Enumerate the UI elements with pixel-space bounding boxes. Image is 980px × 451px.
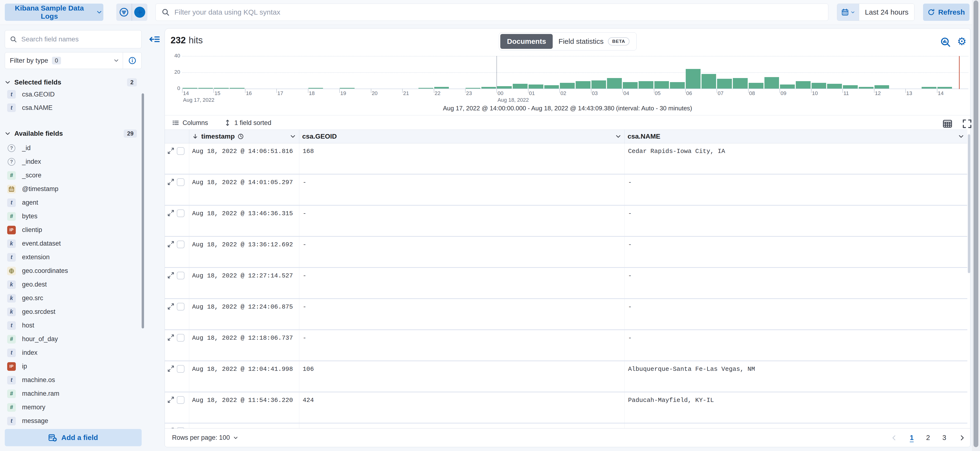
- field-item[interactable]: tcsa.NAME: [5, 101, 142, 115]
- x-axis-tick-label: 13: [905, 90, 912, 96]
- field-search-input[interactable]: Search field names: [5, 30, 142, 48]
- window-scrollbar-thumb[interactable]: [974, 0, 978, 447]
- sort-fields-button[interactable]: 1 field sorted: [223, 119, 273, 127]
- table-row: Aug 18, 2022 @ 14:06:51.816168Cedar Rapi…: [165, 143, 967, 175]
- tab-field-statistics[interactable]: Field statistics BETA: [553, 34, 635, 49]
- window-scrollbar-track[interactable]: [972, 0, 980, 451]
- field-item[interactable]: tcsa.GEOID: [5, 88, 142, 101]
- sidebar-scrollbar[interactable]: [142, 93, 144, 328]
- field-item[interactable]: kgeo.srcdest: [5, 305, 142, 319]
- expand-row-icon[interactable]: [167, 334, 174, 341]
- field-item[interactable]: kgeo.dest: [5, 278, 142, 291]
- expand-row-icon[interactable]: [167, 241, 174, 248]
- grid-display-controls: [941, 118, 974, 129]
- field-name: host: [22, 322, 34, 329]
- table-scrollbar[interactable]: [968, 134, 970, 273]
- expand-row-icon[interactable]: [167, 396, 174, 403]
- field-item[interactable]: ?_id: [5, 141, 142, 155]
- day-boundary-line: [496, 56, 497, 89]
- row-checkbox[interactable]: [177, 147, 185, 155]
- inspect-button[interactable]: [940, 37, 951, 48]
- row-checkbox[interactable]: [177, 365, 185, 373]
- collapse-sidebar-button[interactable]: [149, 34, 160, 45]
- page-1-button[interactable]: 1: [910, 434, 914, 441]
- histogram-bin: [827, 56, 842, 89]
- row-checkbox[interactable]: [177, 334, 185, 342]
- date-picker-menu-button[interactable]: [837, 4, 859, 21]
- columns-button[interactable]: Columns: [170, 119, 210, 127]
- column-header-timestamp[interactable]: timestamp: [189, 130, 299, 143]
- row-checkbox[interactable]: [177, 272, 185, 279]
- tab-documents[interactable]: Documents: [500, 34, 553, 49]
- ip-token-icon: IP: [7, 362, 16, 371]
- next-page-icon[interactable]: [959, 435, 966, 441]
- field-item[interactable]: #bytes: [5, 209, 142, 223]
- x-axis-tick-label: 04: [622, 90, 629, 96]
- field-item[interactable]: #hour_of_day: [5, 332, 142, 346]
- display-options-button[interactable]: [941, 118, 954, 129]
- row-checkbox[interactable]: [177, 209, 185, 217]
- page-3-button[interactable]: 3: [942, 434, 946, 441]
- csa-name-cell: Cedar Rapids-Iowa City, IA: [625, 143, 967, 174]
- rows-per-page-button[interactable]: Rows per page: 100: [170, 434, 240, 441]
- field-item[interactable]: #memory: [5, 400, 142, 414]
- kql-search-bar[interactable]: Filter your data using KQL syntax: [156, 3, 828, 21]
- field-item[interactable]: tindex: [5, 346, 142, 360]
- selected-fields-section-header[interactable]: Selected fields 2: [5, 77, 142, 88]
- field-item[interactable]: kgeo.src: [5, 291, 142, 305]
- row-checkbox[interactable]: [177, 303, 185, 311]
- field-info-button[interactable]: [123, 53, 142, 69]
- row-checkbox[interactable]: [177, 396, 185, 404]
- data-view-picker-button[interactable]: Kibana Sample Data Logs: [5, 3, 103, 21]
- add-field-button[interactable]: Add a field: [5, 429, 142, 446]
- expand-row-icon[interactable]: [167, 147, 174, 155]
- field-item[interactable]: tmachine.os: [5, 373, 142, 387]
- column-menu-chevron-icon[interactable]: [290, 134, 296, 139]
- row-checkbox[interactable]: [177, 241, 185, 248]
- add-filter-button[interactable]: [132, 3, 147, 21]
- expand-row-icon[interactable]: [167, 209, 174, 217]
- field-item[interactable]: textension: [5, 250, 142, 264]
- histogram-bin: [811, 56, 827, 89]
- row-checkbox[interactable]: [177, 178, 185, 186]
- previous-page-icon[interactable]: [891, 435, 897, 441]
- field-item[interactable]: #_score: [5, 169, 142, 182]
- histogram-plot[interactable]: [182, 56, 968, 89]
- column-menu-chevron-icon[interactable]: [958, 134, 964, 139]
- histogram-bin: [355, 56, 371, 89]
- field-item[interactable]: IPip: [5, 360, 142, 373]
- field-item[interactable]: @timestamp: [5, 182, 142, 196]
- rows-per-page-label: Rows per page: 100: [172, 434, 230, 441]
- chevron-down-icon[interactable]: [114, 58, 119, 63]
- field-item[interactable]: thost: [5, 319, 142, 332]
- available-fields-section-header[interactable]: Available fields 29: [5, 128, 142, 139]
- column-header-csa-name[interactable]: csa.NAME: [625, 130, 967, 143]
- field-item[interactable]: IPclientip: [5, 223, 142, 237]
- field-item[interactable]: tmessage: [5, 414, 142, 428]
- refresh-button[interactable]: Refresh: [923, 3, 969, 21]
- field-name: index: [22, 349, 38, 357]
- expand-row-icon[interactable]: [167, 365, 174, 372]
- column-header-csa-geoid[interactable]: csa.GEOID: [299, 130, 625, 143]
- y-axis-tick-label: 20: [165, 69, 180, 75]
- field-item[interactable]: tagent: [5, 196, 142, 209]
- histogram-bar: [513, 84, 528, 89]
- expand-row-icon[interactable]: [167, 178, 174, 185]
- filter-by-type-label[interactable]: Filter by type: [10, 57, 48, 64]
- ip-token-icon: IP: [7, 226, 16, 234]
- histogram-bin: [245, 56, 261, 89]
- chart-options-button[interactable]: ⚙: [956, 35, 968, 48]
- field-name: bytes: [22, 213, 38, 220]
- page-2-button[interactable]: 2: [926, 434, 930, 441]
- field-item[interactable]: #machine.ram: [5, 387, 142, 400]
- fullscreen-button[interactable]: [961, 118, 974, 129]
- field-item[interactable]: geo.coordinates: [5, 264, 142, 278]
- saved-query-menu-button[interactable]: [116, 3, 132, 21]
- expand-row-icon[interactable]: [167, 272, 174, 279]
- field-item[interactable]: ?_index: [5, 155, 142, 169]
- field-item[interactable]: kevent.dataset: [5, 237, 142, 250]
- expand-row-icon[interactable]: [167, 303, 174, 310]
- chevron-down-icon: [5, 131, 11, 137]
- column-menu-chevron-icon[interactable]: [616, 134, 621, 139]
- time-range-value-button[interactable]: Last 24 hours: [859, 4, 914, 21]
